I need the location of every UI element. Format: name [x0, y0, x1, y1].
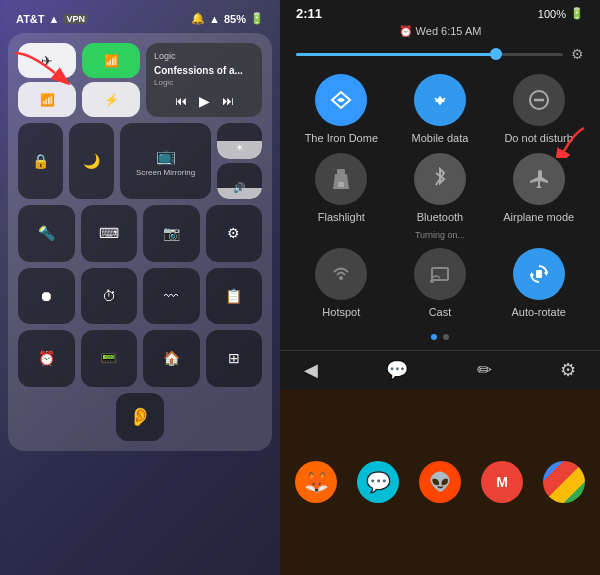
toggle-tile[interactable]: ⚙	[206, 205, 263, 262]
prev-button[interactable]: ⏮	[175, 94, 187, 108]
auto-rotate-tile[interactable]: Auto-rotate	[493, 248, 584, 319]
dot-2	[443, 334, 449, 340]
ios-status-bar: AT&T ▲ VPN 🔔 ▲ 85% 🔋	[8, 8, 272, 29]
bluetooth-icon: ⚡	[104, 93, 119, 107]
moon-icon: 🌙	[83, 153, 100, 169]
alarm-icon: ⏰	[38, 350, 55, 366]
firefox-app-icon[interactable]: 🦊	[295, 461, 337, 503]
cellular-tile[interactable]: 📶	[82, 43, 140, 78]
flashlight-tile[interactable]: 🔦	[18, 205, 75, 262]
next-button[interactable]: ⏭	[222, 94, 234, 108]
iron-dome-label: The Iron Dome	[305, 132, 378, 145]
ear-icon: 👂	[129, 406, 151, 428]
battery-level: 85%	[224, 13, 246, 25]
android-nav-bar: ◀ 💬 ✏ ⚙	[280, 350, 600, 389]
reddit-app-icon[interactable]: 👽	[419, 461, 461, 503]
screen-mirror-label: Screen Mirroring	[136, 168, 195, 177]
brightness-settings-icon[interactable]: ⚙	[571, 46, 584, 62]
remote-tile[interactable]: 📟	[81, 330, 138, 387]
record-tile[interactable]: ⏺	[18, 268, 75, 325]
screen-mirror-icon: 📺	[156, 146, 176, 165]
media-controls: ⏮ ▶ ⏭	[154, 93, 254, 109]
carrier-label: AT&T	[16, 13, 45, 25]
notification-icon: 🔔	[191, 12, 205, 25]
android-page-dots	[280, 324, 600, 350]
brightness-bar[interactable]	[296, 53, 563, 56]
android-tiles-grid: The Iron Dome Mobile data Do not disturb	[280, 70, 600, 324]
volume-icon-tile: 🔊	[233, 182, 245, 193]
remote-icon: 📟	[100, 350, 117, 366]
dot-1	[431, 334, 437, 340]
vpn-badge: VPN	[63, 14, 88, 24]
cellular-icon: 📶	[104, 54, 119, 68]
hotspot-tile[interactable]: Hotspot	[296, 248, 387, 319]
mobile-data-icon	[414, 74, 466, 126]
media-subtitle: Logic	[154, 78, 254, 87]
camera-tile[interactable]: 📷	[143, 205, 200, 262]
play-button[interactable]: ▶	[199, 93, 210, 109]
svg-rect-9	[432, 268, 448, 280]
focus-tile[interactable]: 🌙	[69, 123, 114, 199]
lock-icon: 🔒	[32, 153, 49, 169]
android-status-bar: 2:11 100% 🔋	[280, 0, 600, 23]
flashlight-label-android: Flashlight	[318, 211, 365, 224]
wave-tile[interactable]: 〰	[143, 268, 200, 325]
messages-app-icon[interactable]: 💬	[357, 461, 399, 503]
wifi-tile-icon: 📶	[40, 93, 55, 107]
mobile-data-label: Mobile data	[412, 132, 469, 145]
cast-label: Cast	[429, 306, 452, 319]
ios-panel: AT&T ▲ VPN 🔔 ▲ 85% 🔋 ✈ �	[0, 0, 280, 575]
wifi-icon: ▲	[49, 13, 60, 25]
alarm-tile[interactable]: ⏰	[18, 330, 75, 387]
chrome-app-icon[interactable]	[543, 461, 585, 503]
brightness-tile[interactable]: ☀	[217, 123, 262, 159]
hotspot-icon	[315, 248, 367, 300]
home-tile[interactable]: 🏠	[143, 330, 200, 387]
mobile-data-tile[interactable]: Mobile data	[395, 74, 486, 145]
brightness-fill	[296, 53, 496, 56]
media-app: Logic	[154, 51, 254, 61]
pencil-button[interactable]: ✏	[477, 359, 492, 381]
brightness-icon-tile: ☀	[235, 142, 244, 153]
media-title: Confessions of a...	[154, 65, 254, 76]
flashlight-icon-android	[315, 153, 367, 205]
accessibility-tile[interactable]: 👂	[116, 393, 164, 441]
bluetooth-sublabel: Turning on...	[415, 230, 465, 240]
flashlight-tile-android[interactable]: Flashlight	[296, 153, 387, 240]
back-button[interactable]: ◀	[304, 359, 318, 381]
android-panel: 2:11 100% 🔋 ⏰ Wed 6:15 AM ⚙ The	[280, 0, 600, 575]
gmail-app-icon[interactable]: M	[481, 461, 523, 503]
qr-tile[interactable]: ⊞	[206, 330, 263, 387]
airplane-mode-tile-android[interactable]: Airplane mode	[493, 153, 584, 240]
calculator-tile[interactable]: ⌨	[81, 205, 138, 262]
messages-nav-icon[interactable]: 💬	[386, 359, 408, 381]
ios-bottom-row: 👂	[18, 393, 262, 441]
iron-dome-tile[interactable]: The Iron Dome	[296, 74, 387, 145]
media-tile: Logic Confessions of a... Logic ⏮ ▶ ⏭	[146, 43, 262, 117]
ios-grid-tiles: 🔦 ⌨ 📷 ⚙ ⏺ ⏱ 〰 📋 ⏰ 📟 🏠 ⊞	[18, 205, 262, 387]
home-icon: 🏠	[163, 350, 180, 366]
auto-rotate-icon	[513, 248, 565, 300]
calculator-icon: ⌨	[99, 225, 119, 241]
volume-tile[interactable]: 🔊	[217, 163, 262, 199]
bluetooth-tile[interactable]: ⚡	[82, 82, 140, 117]
svg-point-8	[339, 276, 343, 280]
ios-status-left: AT&T ▲ VPN	[16, 13, 88, 25]
airplane-mode-icon-android	[513, 153, 565, 205]
screen-mirror-tile[interactable]: 📺 Screen Mirroring	[120, 123, 210, 199]
bluetooth-tile-android[interactable]: Bluetooth Turning on...	[395, 153, 486, 240]
iron-dome-icon	[315, 74, 367, 126]
settings-button[interactable]: ⚙	[560, 359, 576, 381]
android-brightness-row: ⚙	[280, 42, 600, 70]
cast-icon	[414, 248, 466, 300]
timer-tile[interactable]: ⏱	[81, 268, 138, 325]
rotation-lock-tile[interactable]: 🔒	[18, 123, 63, 199]
toggle-icon: ⚙	[227, 225, 240, 241]
svg-rect-6	[338, 182, 344, 187]
ios-control-center: ✈ 📶 📶 ⚡ Logic Confes	[8, 33, 272, 451]
bluetooth-label-android: Bluetooth	[417, 211, 463, 224]
cast-tile[interactable]: Cast	[395, 248, 486, 319]
wave-icon: 〰	[164, 288, 178, 304]
android-battery-icon: 🔋	[570, 7, 584, 20]
notes-tile[interactable]: 📋	[206, 268, 263, 325]
